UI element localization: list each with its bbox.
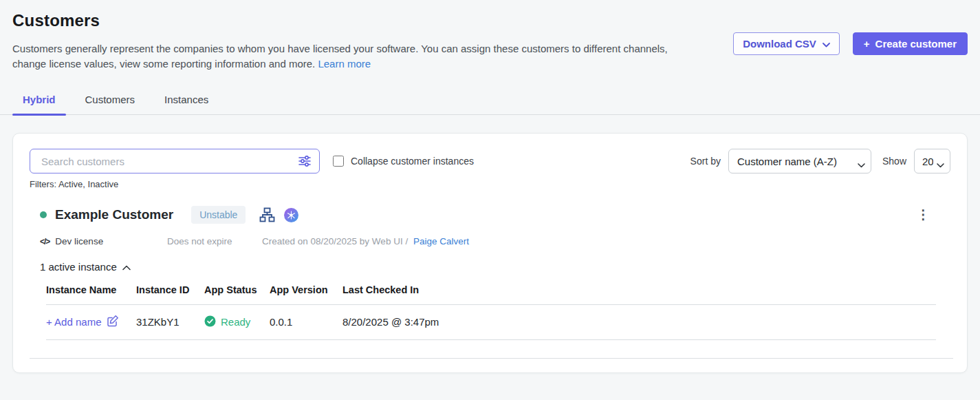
collapse-instances-group: Collapse customer instances	[333, 156, 474, 167]
sitemap-icon[interactable]	[259, 207, 275, 222]
learn-more-link[interactable]: Learn more	[318, 58, 371, 70]
status-ready: Ready	[204, 315, 250, 329]
customer-header-row: Example Customer Unstable	[40, 206, 950, 224]
license-type: </> Dev license	[40, 236, 167, 246]
tab-hybrid[interactable]: Hybrid	[12, 94, 66, 114]
add-name-button[interactable]: + Add name	[46, 315, 119, 329]
search-wrap	[30, 149, 320, 173]
page-title: Customers	[12, 11, 968, 30]
chevron-down-icon	[823, 38, 830, 50]
customers-panel: Collapse customer instances Sort by Cust…	[12, 133, 968, 373]
license-expiration: Does not expire	[167, 236, 262, 246]
created-by-link[interactable]: Paige Calvert	[413, 236, 469, 246]
created-text: Created on 08/20/2025 by Web UI /	[262, 236, 408, 246]
add-name-label: + Add name	[46, 316, 101, 328]
column-instance-id: Instance ID	[136, 284, 204, 295]
collapse-instances-checkbox[interactable]	[333, 156, 344, 167]
sort-select[interactable]: Customer name (A-Z)	[728, 149, 871, 173]
column-instance-name: Instance Name	[46, 284, 136, 295]
customer-block-divider	[30, 358, 953, 359]
create-customer-label: Create customer	[875, 38, 957, 50]
page-header: Customers Customers generally represent …	[0, 0, 980, 72]
collapse-instances-label[interactable]: Collapse customer instances	[351, 156, 474, 167]
page-description: Customers generally represent the compan…	[12, 41, 683, 72]
customers-toolbar: Collapse customer instances Sort by Cust…	[30, 149, 950, 173]
license-type-label: Dev license	[55, 236, 103, 246]
column-app-status: App Status	[204, 284, 270, 295]
customer-name[interactable]: Example Customer	[55, 207, 173, 222]
instance-row: + Add name 31ZKbY1	[46, 305, 936, 340]
sort-select-wrap: Customer name (A-Z)	[728, 149, 871, 173]
tab-bar: Hybrid Customers Instances	[0, 94, 980, 115]
column-last-checked-in: Last Checked In	[342, 284, 936, 295]
download-csv-button[interactable]: Download CSV	[733, 32, 840, 55]
instances-table: Instance Name Instance ID App Status App…	[46, 284, 936, 340]
sort-by-label: Sort by	[690, 156, 721, 167]
toolbar-right: Sort by Customer name (A-Z) Show 20	[690, 149, 950, 173]
status-ready-label: Ready	[221, 316, 250, 328]
header-actions: Download CSV + Create customer	[733, 32, 968, 55]
code-icon: </>	[40, 237, 50, 246]
plus-icon: +	[864, 38, 870, 50]
instances-table-header: Instance Name Instance ID App Status App…	[46, 284, 936, 305]
download-csv-label: Download CSV	[743, 38, 816, 50]
chevron-up-icon	[122, 261, 131, 273]
search-input[interactable]	[30, 149, 320, 173]
license-row: </> Dev license Does not expire Created …	[40, 236, 950, 246]
tab-customers[interactable]: Customers	[75, 94, 146, 114]
check-circle-icon	[204, 315, 216, 329]
column-app-version: App Version	[270, 284, 342, 295]
kubernetes-icon[interactable]	[284, 208, 298, 222]
show-select[interactable]: 20	[914, 149, 950, 173]
license-created: Created on 08/20/2025 by Web UI / Paige …	[262, 236, 469, 246]
instance-name-cell: + Add name	[46, 315, 136, 329]
instances-summary-label: 1 active instance	[40, 261, 117, 273]
active-filters-text: Filters: Active, Inactive	[30, 179, 950, 189]
instances-summary-toggle[interactable]: 1 active instance	[40, 261, 950, 273]
channel-badge: Unstable	[191, 206, 246, 224]
customer-block: Example Customer Unstable	[40, 206, 950, 340]
instance-id-cell: 31ZKbY1	[136, 316, 204, 328]
show-label: Show	[882, 156, 906, 167]
app-status-cell: Ready	[204, 315, 270, 329]
last-checked-in-cell: 8/20/2025 @ 3:47pm	[342, 316, 936, 328]
create-customer-button[interactable]: + Create customer	[853, 32, 968, 55]
filter-sliders-icon[interactable]	[298, 155, 312, 170]
tab-instances[interactable]: Instances	[154, 94, 219, 114]
customer-status-dot	[40, 211, 47, 218]
show-select-wrap: 20	[914, 149, 950, 173]
edit-icon[interactable]	[107, 315, 119, 329]
app-version-cell: 0.0.1	[270, 316, 342, 328]
customer-kebab-menu[interactable]: ⋮	[917, 210, 930, 220]
